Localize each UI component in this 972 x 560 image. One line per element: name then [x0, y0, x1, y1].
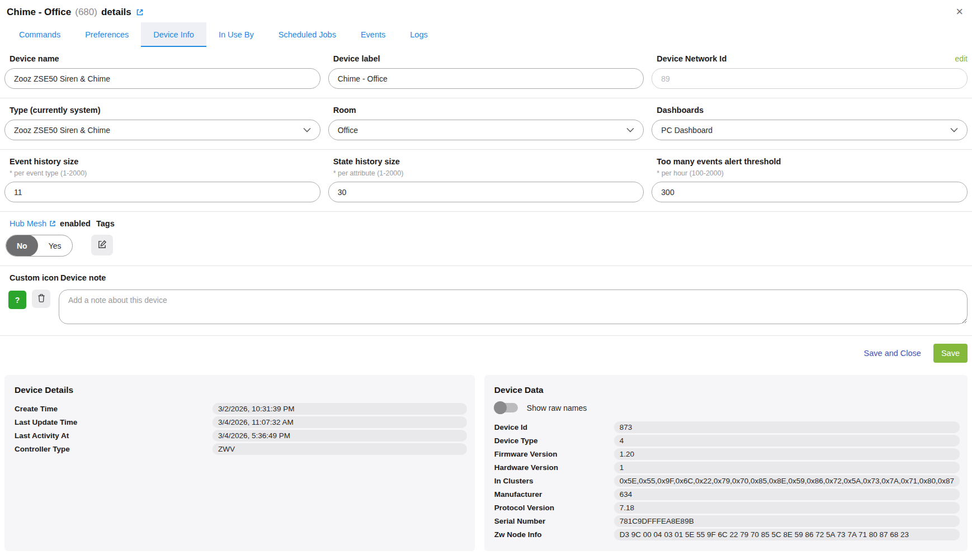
custom-icon-buttons: ? — [4, 287, 59, 326]
device-title-suffix: details — [101, 7, 131, 18]
device-network-id-label: Device Network Id — [657, 54, 726, 63]
dashboards-field-group: Dashboards PC Dashboard — [652, 106, 968, 140]
row-label: Hardware Version — [492, 463, 614, 472]
row-label: Device Id — [492, 423, 614, 431]
tab-logs[interactable]: Logs — [398, 22, 440, 47]
row-label: Zw Node Info — [492, 530, 614, 539]
page-title: Chime - Office (680) details — [4, 0, 968, 19]
row-value: 781C9DFFFEA8E89B — [614, 515, 960, 527]
custom-icon-picker-button[interactable]: ? — [8, 291, 26, 309]
hub-mesh-toggle-cell: No Yes — [4, 228, 91, 257]
history-settings-section: Event history size * per event type (1-2… — [4, 150, 968, 211]
type-select[interactable]: Zooz ZSE50 Siren & Chime — [4, 120, 320, 140]
device-label-field-group: Device label — [328, 54, 644, 89]
dashboards-select-value: PC Dashboard — [661, 126, 713, 135]
hub-mesh-label-row: Hub Mesh enabled — [4, 219, 91, 228]
device-note-cell — [59, 287, 968, 326]
row-label: Manufacturer — [492, 490, 614, 499]
trash-icon — [37, 293, 46, 305]
network-id-edit-link[interactable]: edit — [955, 54, 968, 63]
row-label: Last Activity At — [12, 431, 213, 440]
row-value: 3/2/2026, 10:31:39 PM — [213, 403, 467, 415]
chevron-down-icon — [950, 127, 958, 132]
device-network-id-field-group: Device Network Id edit — [652, 54, 968, 89]
state-history-label: State history size — [328, 157, 644, 166]
device-details-title: Device Details — [15, 385, 467, 395]
device-note-textarea[interactable] — [59, 290, 968, 324]
device-identity-section: Device name Device label Device Network … — [4, 47, 968, 98]
tab-bar: Commands Preferences Device Info In Use … — [4, 22, 968, 47]
table-row: Create Time 3/2/2026, 10:31:39 PM — [12, 403, 467, 415]
table-row: Protocol Version 7.18 — [492, 502, 960, 514]
hub-mesh-link[interactable]: Hub Mesh — [10, 219, 56, 228]
room-label: Room — [328, 106, 644, 115]
toggle-thumb-icon — [494, 401, 507, 414]
hub-mesh-toggle: No Yes — [6, 235, 73, 257]
table-row: Zw Node Info D3 9C 00 04 03 01 5E 55 9F … — [492, 529, 960, 540]
row-value: D3 9C 00 04 03 01 5E 55 9F 6C 22 79 70 8… — [614, 529, 960, 540]
row-value: 0x5E,0x55,0x9F,0x6C,0x22,0x79,0x70,0x85,… — [614, 475, 960, 487]
device-network-id-input[interactable] — [652, 68, 968, 89]
tab-scheduled-jobs[interactable]: Scheduled Jobs — [266, 22, 348, 47]
custom-icon-delete-button[interactable] — [32, 290, 50, 308]
save-button[interactable]: Save — [933, 344, 968, 363]
hub-mesh-status-label: enabled — [60, 219, 91, 228]
device-label-input[interactable] — [328, 68, 644, 89]
room-field-group: Room Office — [328, 106, 644, 140]
save-and-close-button[interactable]: Save and Close — [864, 349, 921, 358]
type-select-value: Zooz ZSE50 Siren & Chime — [14, 126, 110, 135]
chevron-down-icon — [303, 127, 311, 132]
tab-preferences[interactable]: Preferences — [73, 22, 141, 47]
device-name-label: Device name — [4, 54, 320, 63]
room-select[interactable]: Office — [328, 120, 644, 140]
events-threshold-input[interactable] — [652, 182, 968, 202]
events-threshold-field-group: Too many events alert threshold * per ho… — [652, 157, 968, 202]
show-raw-names-label: Show raw names — [527, 404, 587, 412]
device-title-id: (680) — [75, 7, 97, 18]
hub-mesh-section: Hub Mesh enabled Tags No Yes — [4, 212, 968, 265]
edit-icon — [97, 240, 107, 251]
row-value: 873 — [614, 421, 960, 433]
row-value: 1 — [614, 462, 960, 473]
row-label: Controller Type — [12, 445, 213, 453]
row-value: 1.20 — [614, 448, 960, 460]
table-row: Device Id 873 — [492, 421, 960, 433]
hub-mesh-yes-option[interactable]: Yes — [38, 235, 72, 257]
state-history-input[interactable] — [328, 182, 644, 202]
event-history-field-group: Event history size * per event type (1-2… — [4, 157, 320, 202]
tab-device-info[interactable]: Device Info — [141, 22, 206, 47]
row-label: Protocol Version — [492, 504, 614, 512]
dashboards-select[interactable]: PC Dashboard — [652, 120, 968, 140]
row-value: 4 — [614, 435, 960, 447]
table-row: Firmware Version 1.20 — [492, 448, 960, 460]
info-panels: Device Details Create Time 3/2/2026, 10:… — [4, 375, 968, 551]
table-row: Device Type 4 — [492, 435, 960, 447]
external-link-icon[interactable] — [135, 8, 144, 17]
row-value: 3/4/2026, 11:07:32 AM — [213, 416, 467, 428]
table-row: Controller Type ZWV — [12, 443, 467, 455]
event-history-input[interactable] — [4, 182, 320, 202]
device-note-section: Custom icon Device note ? — [4, 266, 968, 335]
tab-commands[interactable]: Commands — [7, 22, 73, 47]
events-threshold-hint: * per hour (100-2000) — [652, 169, 968, 177]
row-label: In Clusters — [492, 477, 614, 485]
tab-events[interactable]: Events — [348, 22, 398, 47]
tags-edit-button[interactable] — [91, 235, 113, 255]
table-row: Serial Number 781C9DFFFEA8E89B — [492, 515, 960, 527]
show-raw-names-toggle[interactable] — [494, 403, 518, 412]
room-select-value: Office — [338, 126, 358, 135]
custom-icon-label: Custom icon — [4, 273, 59, 282]
table-row: Manufacturer 634 — [492, 488, 960, 500]
tab-in-use-by[interactable]: In Use By — [206, 22, 266, 47]
save-actions: Save and Close Save — [4, 336, 968, 369]
row-label: Device Type — [492, 436, 614, 445]
row-label: Create Time — [12, 405, 213, 413]
hub-mesh-no-option[interactable]: No — [6, 235, 38, 257]
type-label: Type (currently system) — [4, 106, 320, 115]
device-details-panel: Device Details Create Time 3/2/2026, 10:… — [4, 375, 475, 551]
close-icon[interactable]: × — [956, 6, 963, 18]
device-name-input[interactable] — [4, 68, 320, 89]
chevron-down-icon — [626, 127, 634, 132]
device-data-title: Device Data — [494, 385, 960, 395]
dashboards-label: Dashboards — [652, 106, 968, 115]
